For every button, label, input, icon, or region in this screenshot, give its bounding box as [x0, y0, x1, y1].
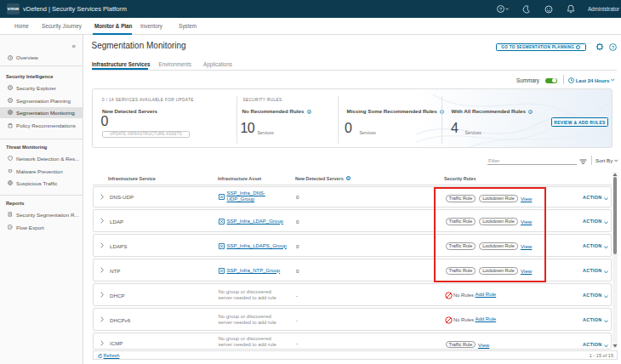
- svg-text:?: ?: [499, 7, 503, 12]
- svg-text:?: ?: [611, 44, 614, 49]
